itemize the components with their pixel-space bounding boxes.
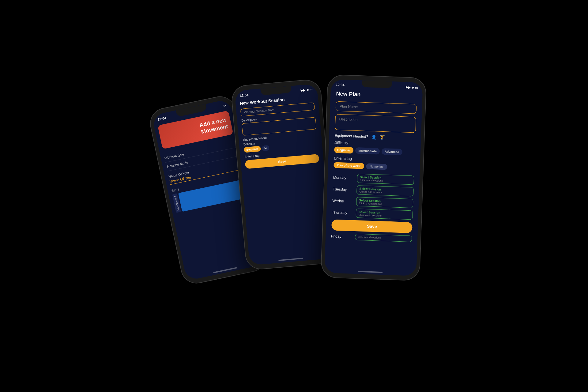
tag-row: Day of the week Numerical [334,162,415,171]
phone-3-time: 12:04 [336,83,345,87]
phone-3-status-icons: ▶▶ ◈ ▭ [406,85,418,89]
monday-session-btn[interactable]: Select Session Click to add sessions [357,174,414,185]
phone-2-time: 12:04 [239,93,248,97]
friday-label: Friday [331,234,352,239]
difficulty-M[interactable]: M [262,145,270,151]
difficulty-beginner[interactable]: Beginner [244,146,261,153]
wednesday-session-btn[interactable]: Select Session Click to add sessions [356,197,413,208]
phone-2: 12:04 ▶▶ ◈ ▭ New Workout Session Workout… [231,79,335,270]
difficulty-intermediate[interactable]: Intermediate [355,147,380,155]
signal-icon: ▶▶ [300,88,306,92]
plan-description-textarea[interactable]: Description [335,114,416,133]
phone-3-screen: 12:04 ▶▶ ◈ ▭ New Plan Plan Name Descript… [324,79,423,276]
phone-3-home-bar [358,271,383,273]
phone-2-home-bar [278,258,303,261]
save-button[interactable]: Save [331,219,413,233]
tuesday-row: Tuesday Select Session Click to add sess… [333,184,414,196]
tag-day-of-week[interactable]: Day of the week [334,162,364,169]
tag-numerical[interactable]: Numerical [366,163,387,170]
wifi-icon: ◈ [412,86,414,89]
location-icon: ▷ [223,104,226,107]
equipment-row: Equipment Needed? 👤 🏋 [334,133,415,141]
phone-3: 12:04 ▶▶ ◈ ▭ New Plan Plan Name Descript… [321,75,426,281]
thursday-session-btn[interactable]: Select Session Click to add sessions [356,209,413,220]
monday-label: Monday [333,175,355,180]
phone-1-time: 12:04 [157,116,166,122]
tracking-mode-label: Tracking Mode [166,160,188,169]
plan-name-input[interactable]: Plan Name [336,101,417,114]
difficulty-label: Difficulty [334,140,415,147]
dumbbell-icon: 🏋 [379,135,385,140]
phone-2-status-icons: ▶▶ ◈ ▭ [300,88,313,92]
person-icon: 👤 [371,134,377,140]
tuesday-label: Tuesday [333,187,354,192]
plan-name-placeholder: Plan Name [340,104,358,109]
wednesday-row: Wedne Select Session Click to add sessio… [332,196,413,208]
monday-row: Monday Select Session Click to add sessi… [333,173,414,185]
movement-box: R [178,179,247,212]
thursday-row: Thursday Select Session Click to add ses… [332,208,413,220]
signal-icon: ▶▶ [406,85,411,89]
phone-2-screen: 12:04 ▶▶ ◈ ▭ New Workout Session Workout… [235,84,332,265]
tag-label: Enter a tag [334,156,415,163]
session-name-placeholder: Workout Session Nam [244,108,274,114]
plan-description-label: Description [339,117,357,122]
battery-icon: ▭ [415,86,418,89]
difficulty-beginner[interactable]: Beginner [334,146,354,153]
friday-session-btn[interactable]: Click to add sessions [355,234,412,242]
wednesday-label: Wedne [332,198,354,203]
new-plan-title: New Plan [336,91,417,100]
workout-type-label: Workout type [164,152,184,160]
phone-2-content: New Workout Session Workout Session Nam … [235,92,324,171]
equipment-label: Equipment Needed? [334,133,368,139]
phone-3-notch [361,80,392,88]
phone-1-home-bar [213,267,237,273]
scene: 12:04 ▷ Add a new Movement Workout type … [156,58,432,334]
phone-3-content: New Plan Plan Name Description Equipment… [326,88,423,245]
thursday-label: Thursday [332,210,353,215]
difficulty-advanced[interactable]: Advanced [381,148,402,155]
phone-1-status-icons: ▷ [223,104,226,107]
tuesday-session-btn[interactable]: Select Session Click to add sessions [356,185,414,196]
difficulty-row: Beginner Intermediate Advanced [334,146,415,156]
battery-icon: ▭ [310,88,313,91]
friday-row: Friday Click to add sessions [331,233,412,242]
friday-session-sub: Click to add sessions [358,236,409,240]
wifi-icon: ◈ [306,88,309,92]
